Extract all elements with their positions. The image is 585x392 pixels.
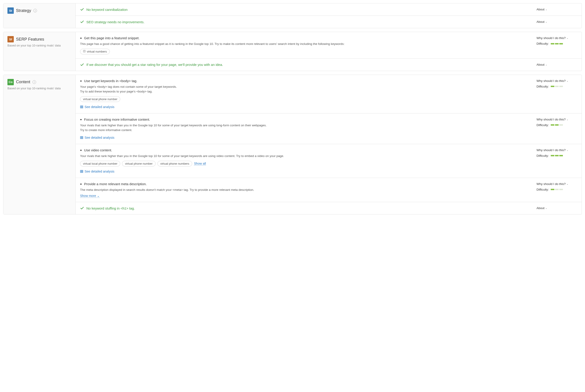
difficulty-bars bbox=[551, 43, 563, 44]
row-title: Provide a more relevant meta description… bbox=[84, 182, 147, 186]
section-title: SERP Features bbox=[16, 37, 44, 42]
section-badge-serp: Sf bbox=[7, 36, 14, 42]
section-title: Content bbox=[16, 80, 30, 84]
about-toggle[interactable]: About⌄ bbox=[537, 206, 547, 210]
chevron-down-icon: ⌄ bbox=[567, 37, 568, 39]
info-icon[interactable]: i bbox=[32, 80, 36, 84]
svg-rect-0 bbox=[83, 50, 85, 52]
difficulty: Difficulty: bbox=[537, 188, 577, 191]
section-content: Co Content i Based on your top 10-rankin… bbox=[3, 75, 582, 215]
row-description: Your page's <body> tag does not contain … bbox=[80, 84, 533, 94]
chevron-down-icon: ⌄ bbox=[97, 194, 100, 198]
row: ●Use video content. Your rivals that ran… bbox=[75, 144, 582, 178]
row: SEO strategy needs no improvements. Abou… bbox=[75, 16, 582, 28]
row-title: If we discover that you should get a sta… bbox=[86, 63, 223, 66]
row: ●Use target keywords in <body> tag. Your… bbox=[75, 75, 582, 114]
why-toggle[interactable]: Why should I do this?⌄ bbox=[537, 182, 568, 186]
difficulty-bars bbox=[551, 86, 563, 87]
row-title: No keyword stuffing in <h1> tag. bbox=[86, 206, 135, 210]
row: No keyword cannibalization About⌄ bbox=[75, 4, 582, 16]
row-title: Focus on creating more informative conte… bbox=[84, 118, 150, 121]
table-icon bbox=[80, 136, 83, 139]
about-toggle[interactable]: About⌄ bbox=[537, 8, 547, 11]
why-toggle[interactable]: Why should I do this?⌄ bbox=[537, 148, 568, 152]
chevron-down-icon: ⌄ bbox=[545, 20, 547, 23]
svg-rect-13 bbox=[80, 170, 83, 172]
keyword-pill[interactable]: virtual phone number bbox=[122, 161, 155, 166]
detailed-analysis-link[interactable]: See detailed analysis bbox=[80, 105, 114, 109]
row-title: Use video content. bbox=[84, 148, 112, 152]
table-icon bbox=[80, 105, 83, 108]
keyword-pill[interactable]: virtual local phone number bbox=[80, 96, 120, 102]
check-icon bbox=[80, 8, 84, 12]
bullet-icon: ● bbox=[80, 182, 82, 186]
chevron-down-icon: ⌄ bbox=[545, 8, 547, 10]
bullet-icon: ● bbox=[80, 80, 82, 82]
keyword-pill[interactable]: virtual numbers bbox=[80, 49, 110, 54]
chevron-down-icon: ⌄ bbox=[567, 183, 568, 185]
bullet-icon: ● bbox=[80, 118, 82, 121]
check-icon bbox=[80, 206, 84, 210]
row: ● Get this page into a featured snippet.… bbox=[75, 32, 582, 59]
row-title: Get this page into a featured snippet. bbox=[84, 36, 140, 40]
keyword-pill[interactable]: virtual local phone number bbox=[80, 161, 120, 166]
section-serp-features: Sf SERP Features Based on your top 10-ra… bbox=[3, 32, 582, 71]
bullet-icon: ● bbox=[80, 149, 82, 152]
show-more-link[interactable]: Show more⌄ bbox=[80, 194, 100, 198]
section-badge-content: Co bbox=[7, 79, 14, 85]
section-header: St Strategy i bbox=[3, 4, 75, 28]
svg-rect-3 bbox=[80, 106, 83, 108]
difficulty-bars bbox=[551, 155, 563, 156]
row-title: SEO strategy needs no improvements. bbox=[86, 20, 144, 24]
row-description: This page has a good chance of getting i… bbox=[80, 42, 533, 46]
info-icon[interactable]: i bbox=[33, 9, 37, 12]
why-toggle[interactable]: Why should I do this?⌄ bbox=[537, 79, 568, 82]
difficulty: Difficulty: bbox=[537, 42, 577, 45]
show-all-link[interactable]: Show all bbox=[194, 162, 206, 166]
section-badge-strategy: St bbox=[7, 8, 14, 14]
row: ●Provide a more relevant meta descriptio… bbox=[75, 178, 582, 202]
chevron-down-icon: ⌄ bbox=[545, 64, 547, 66]
snippet-icon bbox=[83, 50, 86, 53]
row-title: No keyword cannibalization bbox=[86, 8, 128, 12]
why-toggle[interactable]: Why should I do this?⌄ bbox=[537, 36, 568, 40]
row-description: Your rivals that rank higher than you in… bbox=[80, 154, 533, 158]
row-description: Your rivals that rank higher than you in… bbox=[80, 123, 533, 132]
difficulty: Difficulty: bbox=[537, 85, 577, 88]
about-toggle[interactable]: About⌄ bbox=[537, 63, 547, 66]
section-rows: ● Get this page into a featured snippet.… bbox=[75, 32, 582, 71]
keyword-pill[interactable]: virtual phone numbers bbox=[157, 161, 192, 166]
section-strategy: St Strategy i No keyword cannibalization… bbox=[3, 3, 582, 28]
bullet-icon: ● bbox=[80, 36, 82, 40]
chevron-down-icon: ⌄ bbox=[545, 207, 547, 209]
difficulty: Difficulty: bbox=[537, 123, 577, 127]
section-header: Co Content i Based on your top 10-rankin… bbox=[3, 75, 75, 214]
row: If we discover that you should get a sta… bbox=[75, 59, 582, 71]
row: No keyword stuffing in <h1> tag. About⌄ bbox=[75, 202, 582, 214]
section-subtitle: Based on your top 10-ranking rivals' dat… bbox=[7, 44, 71, 47]
why-toggle[interactable]: Why should I do this?⌄ bbox=[537, 118, 568, 121]
difficulty-bars bbox=[551, 124, 563, 126]
chevron-down-icon: ⌄ bbox=[567, 80, 568, 82]
section-rows: ●Use target keywords in <body> tag. Your… bbox=[75, 75, 582, 214]
section-subtitle: Based on your top 10-ranking rivals' dat… bbox=[7, 86, 71, 90]
section-title: Strategy bbox=[16, 8, 31, 13]
detailed-analysis-link[interactable]: See detailed analysis bbox=[80, 170, 114, 173]
svg-rect-8 bbox=[80, 136, 83, 139]
detailed-analysis-link[interactable]: See detailed analysis bbox=[80, 136, 114, 140]
row-title: Use target keywords in <body> tag. bbox=[84, 79, 137, 83]
table-icon bbox=[80, 170, 83, 173]
chevron-down-icon: ⌄ bbox=[567, 118, 568, 121]
section-header: Sf SERP Features Based on your top 10-ra… bbox=[3, 32, 75, 71]
row-description: The meta description displayed in search… bbox=[80, 188, 533, 192]
check-icon bbox=[80, 63, 84, 67]
check-icon bbox=[80, 20, 84, 24]
section-rows: No keyword cannibalization About⌄ SEO st… bbox=[75, 4, 582, 28]
difficulty-bars bbox=[551, 189, 563, 190]
about-toggle[interactable]: About⌄ bbox=[537, 20, 547, 24]
row: ●Focus on creating more informative cont… bbox=[75, 114, 582, 144]
chevron-down-icon: ⌄ bbox=[567, 149, 568, 151]
difficulty: Difficulty: bbox=[537, 154, 577, 158]
